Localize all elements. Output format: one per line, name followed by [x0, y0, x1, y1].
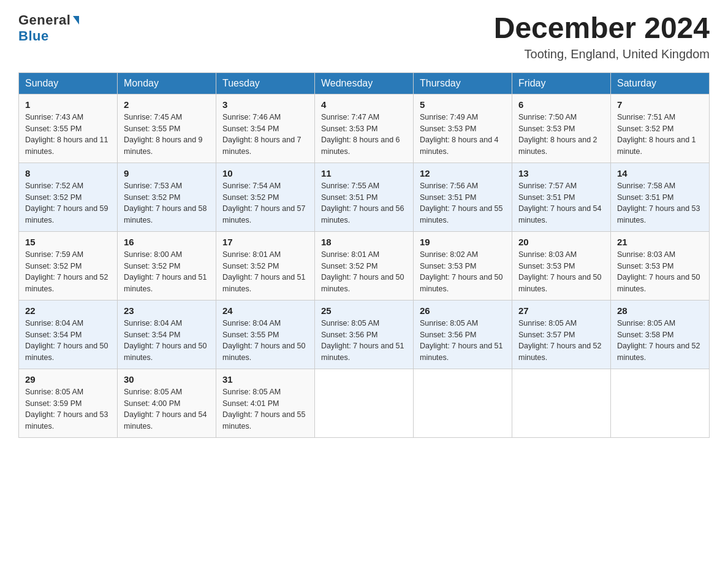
title-section: December 2024 Tooting, England, United K…: [494, 12, 710, 61]
calendar-cell: 14 Sunrise: 7:58 AMSunset: 3:51 PMDaylig…: [611, 163, 710, 231]
logo-triangle-icon: [73, 16, 79, 25]
calendar-cell: 10 Sunrise: 7:54 AMSunset: 3:52 PMDaylig…: [216, 163, 315, 231]
weekday-header-tuesday: Tuesday: [216, 72, 315, 94]
day-number: 22: [25, 305, 111, 316]
logo-blue-text: Blue: [18, 28, 49, 44]
day-info: Sunrise: 8:04 AMSunset: 3:55 PMDaylight:…: [222, 319, 306, 362]
day-info: Sunrise: 8:04 AMSunset: 3:54 PMDaylight:…: [124, 319, 207, 362]
calendar-cell: 8 Sunrise: 7:52 AMSunset: 3:52 PMDayligh…: [19, 163, 118, 231]
day-info: Sunrise: 7:54 AMSunset: 3:52 PMDaylight:…: [222, 182, 306, 224]
day-info: Sunrise: 7:53 AMSunset: 3:52 PMDaylight:…: [124, 182, 207, 224]
day-info: Sunrise: 8:02 AMSunset: 3:53 PMDaylight:…: [420, 250, 503, 293]
location-text: Tooting, England, United Kingdom: [494, 47, 710, 61]
day-info: Sunrise: 7:52 AMSunset: 3:52 PMDaylight:…: [25, 182, 108, 224]
calendar-cell: 28 Sunrise: 8:05 AMSunset: 3:58 PMDaylig…: [611, 300, 710, 369]
calendar-cell: 1 Sunrise: 7:43 AMSunset: 3:55 PMDayligh…: [19, 94, 118, 163]
calendar-cell: 26 Sunrise: 8:05 AMSunset: 3:56 PMDaylig…: [414, 300, 512, 369]
day-number: 31: [222, 374, 308, 385]
calendar-cell: 19 Sunrise: 8:02 AMSunset: 3:53 PMDaylig…: [414, 231, 512, 300]
logo: General Blue: [18, 12, 79, 44]
day-info: Sunrise: 8:01 AMSunset: 3:52 PMDaylight:…: [321, 250, 404, 293]
page-header: General Blue December 2024 Tooting, Engl…: [18, 12, 710, 61]
weekday-header-thursday: Thursday: [414, 72, 512, 94]
day-info: Sunrise: 8:05 AMSunset: 3:58 PMDaylight:…: [617, 319, 700, 362]
day-number: 9: [124, 168, 210, 178]
day-info: Sunrise: 7:49 AMSunset: 3:53 PMDaylight:…: [420, 113, 499, 156]
day-number: 20: [518, 237, 604, 247]
day-number: 1: [25, 99, 111, 110]
calendar-cell: [611, 369, 710, 437]
calendar-cell: 16 Sunrise: 8:00 AMSunset: 3:52 PMDaylig…: [118, 231, 216, 300]
calendar-cell: 17 Sunrise: 8:01 AMSunset: 3:52 PMDaylig…: [216, 231, 315, 300]
day-info: Sunrise: 8:03 AMSunset: 3:53 PMDaylight:…: [617, 250, 700, 293]
day-number: 10: [222, 168, 308, 178]
calendar-cell: 11 Sunrise: 7:55 AMSunset: 3:51 PMDaylig…: [315, 163, 414, 231]
day-info: Sunrise: 7:51 AMSunset: 3:52 PMDaylight:…: [617, 113, 696, 156]
day-number: 29: [25, 374, 111, 385]
day-number: 21: [617, 237, 703, 247]
calendar-cell: 30 Sunrise: 8:05 AMSunset: 4:00 PMDaylig…: [118, 369, 216, 437]
day-number: 8: [25, 168, 111, 178]
day-number: 15: [25, 237, 111, 247]
calendar-cell: 15 Sunrise: 7:59 AMSunset: 3:52 PMDaylig…: [19, 231, 118, 300]
day-number: 17: [222, 237, 308, 247]
day-info: Sunrise: 7:45 AMSunset: 3:55 PMDaylight:…: [124, 113, 203, 156]
calendar-cell: 25 Sunrise: 8:05 AMSunset: 3:56 PMDaylig…: [315, 300, 414, 369]
calendar-cell: 27 Sunrise: 8:05 AMSunset: 3:57 PMDaylig…: [512, 300, 611, 369]
logo-general-text: General: [18, 12, 70, 28]
calendar-cell: 3 Sunrise: 7:46 AMSunset: 3:54 PMDayligh…: [216, 94, 315, 163]
day-number: 26: [420, 305, 506, 316]
calendar-cell: 22 Sunrise: 8:04 AMSunset: 3:54 PMDaylig…: [19, 300, 118, 369]
calendar-cell: 31 Sunrise: 8:05 AMSunset: 4:01 PMDaylig…: [216, 369, 315, 437]
calendar-cell: 9 Sunrise: 7:53 AMSunset: 3:52 PMDayligh…: [118, 163, 216, 231]
calendar-cell: [315, 369, 414, 437]
day-info: Sunrise: 8:03 AMSunset: 3:53 PMDaylight:…: [518, 250, 602, 293]
day-info: Sunrise: 8:05 AMSunset: 3:56 PMDaylight:…: [420, 319, 503, 362]
day-number: 27: [518, 305, 604, 316]
calendar-cell: 12 Sunrise: 7:56 AMSunset: 3:51 PMDaylig…: [414, 163, 512, 231]
day-info: Sunrise: 8:05 AMSunset: 4:00 PMDaylight:…: [124, 388, 207, 431]
day-number: 3: [222, 99, 308, 110]
day-number: 7: [617, 99, 703, 110]
day-number: 2: [124, 99, 210, 110]
weekday-header-monday: Monday: [118, 72, 216, 94]
calendar-cell: [512, 369, 611, 437]
day-number: 5: [420, 99, 506, 110]
weekday-header-saturday: Saturday: [611, 72, 710, 94]
day-info: Sunrise: 8:01 AMSunset: 3:52 PMDaylight:…: [222, 250, 306, 293]
calendar-cell: 23 Sunrise: 8:04 AMSunset: 3:54 PMDaylig…: [118, 300, 216, 369]
calendar-week-row: 1 Sunrise: 7:43 AMSunset: 3:55 PMDayligh…: [19, 94, 710, 163]
day-number: 30: [124, 374, 210, 385]
day-number: 13: [518, 168, 604, 178]
day-info: Sunrise: 7:43 AMSunset: 3:55 PMDaylight:…: [25, 113, 108, 156]
calendar-cell: 20 Sunrise: 8:03 AMSunset: 3:53 PMDaylig…: [512, 231, 611, 300]
day-info: Sunrise: 8:05 AMSunset: 3:59 PMDaylight:…: [25, 388, 108, 431]
day-number: 6: [518, 99, 604, 110]
day-info: Sunrise: 8:00 AMSunset: 3:52 PMDaylight:…: [124, 250, 207, 293]
day-info: Sunrise: 8:05 AMSunset: 4:01 PMDaylight:…: [222, 388, 306, 431]
calendar-week-row: 22 Sunrise: 8:04 AMSunset: 3:54 PMDaylig…: [19, 300, 710, 369]
day-info: Sunrise: 8:04 AMSunset: 3:54 PMDaylight:…: [25, 319, 108, 362]
weekday-header-sunday: Sunday: [19, 72, 118, 94]
day-info: Sunrise: 7:50 AMSunset: 3:53 PMDaylight:…: [518, 113, 597, 156]
day-info: Sunrise: 7:57 AMSunset: 3:51 PMDaylight:…: [518, 182, 602, 224]
day-info: Sunrise: 7:46 AMSunset: 3:54 PMDaylight:…: [222, 113, 301, 156]
day-info: Sunrise: 8:05 AMSunset: 3:56 PMDaylight:…: [321, 319, 404, 362]
calendar-cell: 21 Sunrise: 8:03 AMSunset: 3:53 PMDaylig…: [611, 231, 710, 300]
calendar-table: SundayMondayTuesdayWednesdayThursdayFrid…: [18, 72, 710, 438]
calendar-cell: 13 Sunrise: 7:57 AMSunset: 3:51 PMDaylig…: [512, 163, 611, 231]
day-number: 14: [617, 168, 703, 178]
calendar-cell: 7 Sunrise: 7:51 AMSunset: 3:52 PMDayligh…: [611, 94, 710, 163]
day-number: 23: [124, 305, 210, 316]
day-number: 19: [420, 237, 506, 247]
calendar-cell: 18 Sunrise: 8:01 AMSunset: 3:52 PMDaylig…: [315, 231, 414, 300]
day-info: Sunrise: 8:05 AMSunset: 3:57 PMDaylight:…: [518, 319, 602, 362]
month-title: December 2024: [494, 12, 710, 45]
calendar-week-row: 8 Sunrise: 7:52 AMSunset: 3:52 PMDayligh…: [19, 163, 710, 231]
day-number: 4: [321, 99, 407, 110]
day-info: Sunrise: 7:59 AMSunset: 3:52 PMDaylight:…: [25, 250, 108, 293]
calendar-cell: 4 Sunrise: 7:47 AMSunset: 3:53 PMDayligh…: [315, 94, 414, 163]
day-info: Sunrise: 7:55 AMSunset: 3:51 PMDaylight:…: [321, 182, 404, 224]
weekday-header-wednesday: Wednesday: [315, 72, 414, 94]
calendar-cell: 6 Sunrise: 7:50 AMSunset: 3:53 PMDayligh…: [512, 94, 611, 163]
